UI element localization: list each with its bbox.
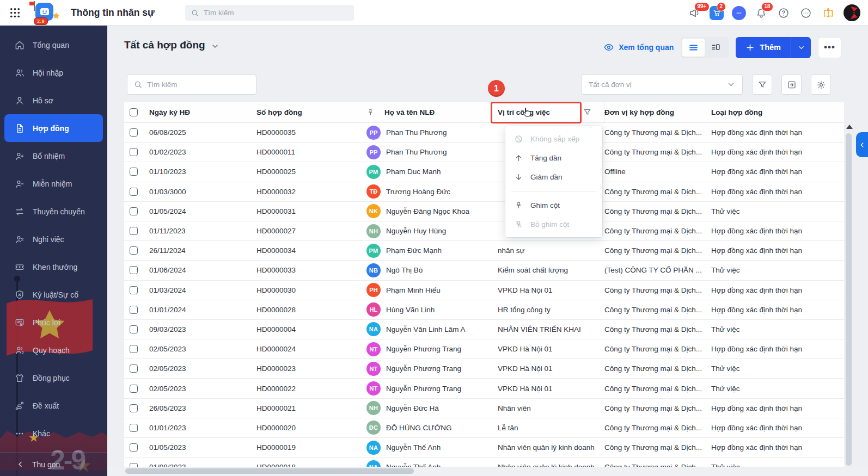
table-row[interactable]: 02/05/2023HD0000022NTNguyễn Phương Trang… [124,379,844,398]
menu-item-arrow-up[interactable]: Tăng dần [505,149,602,168]
row-checkbox[interactable] [130,443,138,452]
table-row[interactable]: 01/01/2024HD0000028HLHùng Văn LinhHR tổn… [124,300,844,320]
add-button[interactable]: Thêm [736,37,791,58]
table-row[interactable]: 01/05/2023HD0000019NANguyễn Thế AnhNhân … [124,438,844,458]
settings-button[interactable] [811,75,831,95]
row-checkbox[interactable] [130,385,138,393]
cell-employee[interactable]: NHNguyễn Huy Hùng [366,224,498,238]
row-checkbox[interactable] [130,246,138,255]
expand-panel-tab[interactable] [856,132,868,157]
vertical-scrollbar[interactable] [846,133,852,466]
column-header-employee[interactable]: Họ và tên NLĐ [366,108,498,116]
table-row[interactable]: 01/01/2023HD0000020ĐCĐỖ HÙNG CƯỜNGLễ tân… [124,418,844,438]
cell-employee[interactable]: NANguyễn Văn Linh Lâm A [366,322,498,336]
avatar-icon[interactable] [843,4,860,21]
row-checkbox[interactable] [130,266,138,274]
global-search[interactable] [185,5,354,21]
sidebar-item-shirt[interactable]: Đồng phục [0,364,107,392]
cell-employee[interactable]: TĐTrương Hoàng Đức [366,184,498,199]
sidebar-item-users2[interactable]: Quy hoạch [0,336,107,364]
table-row[interactable]: 01/02/2023HD0000011PPPhan Thu PhươngCông… [124,143,844,162]
select-all-checkbox[interactable] [130,108,138,116]
unit-filter-select[interactable]: Tất cả đơn vị [581,75,743,95]
table-row[interactable]: 01/05/2024HD0000031NKNguyễn Đăng Ngọc Kh… [124,202,844,221]
scroll-up-arrow[interactable] [846,125,853,129]
sidebar-item-user-minus[interactable]: Miễn nhiệm [0,170,107,197]
more-icon[interactable] [799,6,813,20]
row-checkbox[interactable] [130,168,138,176]
table-row[interactable]: 26/05/2023HD0000021NHNguyễn Đức HàNhân v… [124,399,844,418]
menu-item-arrow-down[interactable]: Giảm dần [505,168,602,187]
cell-employee[interactable]: NTNguyễn Phương Trang [366,342,498,356]
table-row[interactable]: 01/03/3000HD0000032TĐTrương Hoàng ĐứcCôn… [124,182,844,202]
cell-employee[interactable]: HLHùng Văn Linh [366,302,498,317]
cell-employee[interactable]: NBNgô Thị Bò [366,263,498,277]
bell-icon[interactable]: 18 [754,6,768,20]
table-row[interactable]: 06/08/2025HD0000035PPPhan Thu PhươngCông… [124,123,844,143]
sidebar-item-swap[interactable]: Thuyên chuyển [0,197,107,225]
row-checkbox[interactable] [130,364,138,373]
table-search-input[interactable] [147,81,250,89]
column-header-sign-date[interactable]: Ngày ký HĐ [149,108,256,116]
chevron-down-icon[interactable] [211,42,219,51]
cell-employee[interactable]: NTNguyễn Phương Trang [366,381,498,395]
table-row[interactable]: 01/10/2023HD0000025PMPham Duc ManhOfflin… [124,162,844,182]
cell-employee[interactable]: PHPhạm Minh Hiếu [366,283,498,297]
table-row[interactable]: 26/11/2024HD0000034PMPhạm Đức Mạnhnhân s… [124,241,844,261]
cell-employee[interactable]: NHNguyễn Đức Hà [366,401,498,415]
table-row[interactable]: 02/05/2023HD0000023NTNguyễn Phương Trang… [124,359,844,379]
sidebar-item-users[interactable]: Hội nhập [0,59,107,86]
sidebar-item-home[interactable]: Tổng quan [0,31,107,59]
table-row[interactable]: 01/03/2024HD0000030PHPhạm Minh HiếuVPKD … [124,281,844,300]
row-checkbox[interactable] [130,404,138,412]
page-more-button[interactable]: ••• [818,37,841,58]
sidebar-collapse-button[interactable]: Thu gọn [0,452,107,476]
cell-employee[interactable]: PMPham Duc Manh [366,165,498,179]
row-checkbox[interactable] [130,227,138,235]
row-checkbox[interactable] [130,207,138,215]
filter-funnel-icon[interactable] [583,108,592,117]
view-overview-link[interactable]: Xem tổng quan [603,42,674,53]
row-checkbox[interactable] [130,345,138,353]
cell-employee[interactable]: NKNguyễn Đăng Ngọc Khoa [366,204,498,218]
table-row[interactable]: 01/11/2023HD0000027NHNguyễn Huy HùngCông… [124,221,844,241]
cart-icon[interactable]: 2 [710,6,724,20]
export-button[interactable] [781,75,802,95]
sidebar-item-user-plus[interactable]: Bổ nhiệm [0,142,107,170]
table-search[interactable] [127,75,256,95]
column-header-position[interactable]: Vị trí công việc [498,102,604,123]
column-header-contract-code[interactable]: Số hợp đồng [256,108,366,116]
column-header-unit[interactable]: Đơn vị ký hợp đồng [604,108,711,116]
help-icon[interactable] [777,6,791,20]
handbook-icon[interactable] [821,6,835,20]
row-checkbox[interactable] [130,286,138,294]
sidebar-item-benefit[interactable]: Phúc lợi [0,308,107,336]
sidebar-item-user-x[interactable]: Nghỉ việc [0,225,107,253]
row-checkbox[interactable] [130,188,138,196]
cell-employee[interactable]: PPPhan Thu Phương [366,145,498,159]
row-checkbox[interactable] [130,128,138,137]
sidebar-item-shield-x[interactable]: Kỷ luật/Sự cố [0,281,107,308]
chat-icon[interactable] [732,6,746,20]
sidebar-item-user[interactable]: Hồ sơ [0,86,107,114]
row-checkbox[interactable] [130,148,138,156]
cell-employee[interactable]: PMPhạm Đức Mạnh [366,244,498,258]
app-grid-icon[interactable] [9,7,21,19]
row-checkbox[interactable] [130,424,138,432]
cell-employee[interactable]: ĐCĐỖ HÙNG CƯỜNG [366,421,498,435]
app-logo[interactable]: ★ 2.9 [29,1,61,25]
add-dropdown-button[interactable] [791,37,811,58]
cell-employee[interactable]: NANguyễn Thế Anh [366,441,498,455]
row-checkbox[interactable] [130,306,138,314]
menu-item-pin[interactable]: Ghim cột [505,196,602,215]
filter-button[interactable] [752,75,772,95]
table-row[interactable]: 09/03/2023HD0000004NANguyễn Văn Linh Lâm… [124,320,844,339]
column-header-contract-type[interactable]: Loại hợp đồng [711,108,844,116]
sidebar-item-ticket[interactable]: Khen thưởng [0,253,107,281]
row-checkbox[interactable] [130,325,138,333]
sidebar-item-file[interactable]: Hợp đồng [4,114,103,142]
board-view-button[interactable] [705,39,727,57]
cell-employee[interactable]: NTNguyễn Phương Trang [366,362,498,376]
page-title[interactable]: Tất cả hợp đồng [124,39,205,51]
table-row[interactable]: 02/05/2023HD0000024NTNguyễn Phương Trang… [124,339,844,359]
